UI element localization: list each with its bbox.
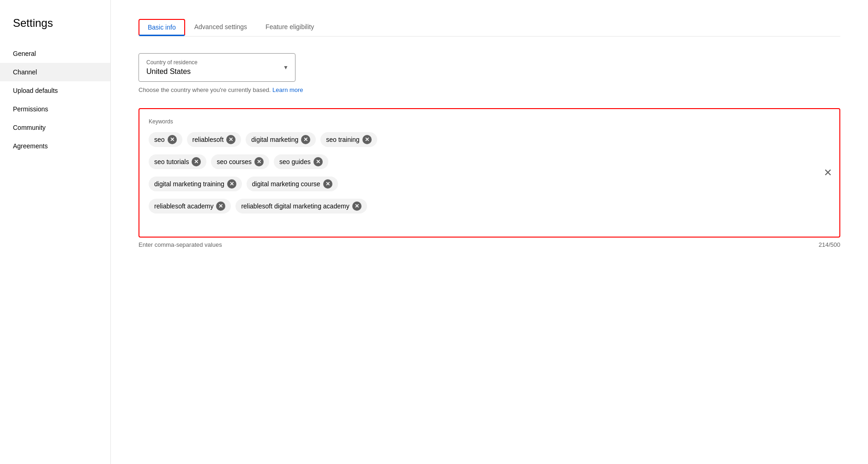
keywords-row-4: reliablesoft academy ✕ reliablesoft digi… xyxy=(149,199,830,214)
keywords-footer: Enter comma-separated values 214/500 xyxy=(139,241,840,248)
main-content: Basic info Advanced settings Feature eli… xyxy=(111,0,868,464)
remove-chip-reliablesoft-academy[interactable]: ✕ xyxy=(216,201,225,211)
keywords-label: Keywords xyxy=(149,118,830,125)
tabs-bar: Basic info Advanced settings Feature eli… xyxy=(139,18,840,37)
country-dropdown[interactable]: Country of residence United States ▼ xyxy=(139,53,295,82)
remove-chip-seo-courses[interactable]: ✕ xyxy=(254,157,264,166)
remove-chip-reliablesoft[interactable]: ✕ xyxy=(226,135,235,144)
remove-chip-seo-tutorials[interactable]: ✕ xyxy=(192,157,201,166)
sidebar-item-agreements[interactable]: Agreements xyxy=(0,137,110,155)
sidebar-item-permissions[interactable]: Permissions xyxy=(0,100,110,118)
keywords-row-1: seo ✕ reliablesoft ✕ digital marketing ✕ xyxy=(149,132,830,147)
tab-advanced-settings[interactable]: Advanced settings xyxy=(185,18,256,37)
list-item: reliablesoft digital marketing academy ✕ xyxy=(235,199,367,214)
keywords-count: 214/500 xyxy=(819,241,840,248)
keywords-section: Keywords seo ✕ reliablesoft ✕ dig xyxy=(139,108,840,248)
country-label: Country of residence xyxy=(146,59,288,66)
remove-chip-digital-marketing-course[interactable]: ✕ xyxy=(323,179,332,189)
list-item: seo guides ✕ xyxy=(274,154,328,169)
sidebar-item-general[interactable]: General xyxy=(0,44,110,63)
sidebar: Settings General Channel Upload defaults… xyxy=(0,0,111,464)
remove-chip-digital-marketing[interactable]: ✕ xyxy=(301,135,310,144)
list-item: seo training ✕ xyxy=(320,132,377,147)
remove-chip-seo-training[interactable]: ✕ xyxy=(362,135,372,144)
page-title: Settings xyxy=(0,9,110,44)
clear-all-keywords-button[interactable]: ✕ xyxy=(824,167,832,179)
list-item: reliablesoft ✕ xyxy=(187,132,241,147)
country-value: United States xyxy=(146,67,191,75)
tab-feature-eligibility[interactable]: Feature eligibility xyxy=(256,18,323,37)
keywords-hint: Enter comma-separated values xyxy=(139,241,222,248)
list-item: seo ✕ xyxy=(149,132,182,147)
learn-more-link[interactable]: Learn more xyxy=(272,86,303,93)
country-section: Country of residence United States ▼ Cho… xyxy=(139,53,840,93)
keywords-row-3: digital marketing training ✕ digital mar… xyxy=(149,177,830,191)
sidebar-item-channel[interactable]: Channel xyxy=(0,63,110,81)
sidebar-item-upload-defaults[interactable]: Upload defaults xyxy=(0,81,110,100)
keywords-box[interactable]: Keywords seo ✕ reliablesoft ✕ dig xyxy=(139,108,840,238)
list-item: digital marketing course ✕ xyxy=(247,177,338,191)
list-item: digital marketing ✕ xyxy=(246,132,316,147)
list-item: digital marketing training ✕ xyxy=(149,177,242,191)
remove-chip-seo[interactable]: ✕ xyxy=(168,135,177,144)
chevron-down-icon: ▼ xyxy=(283,64,289,71)
list-item: seo tutorials ✕ xyxy=(149,154,206,169)
country-helper: Choose the country where you're currentl… xyxy=(139,86,840,93)
remove-chip-reliablesoft-dma[interactable]: ✕ xyxy=(352,201,362,211)
remove-chip-seo-guides[interactable]: ✕ xyxy=(313,157,323,166)
keywords-row-2: seo tutorials ✕ seo courses ✕ seo guides… xyxy=(149,154,830,169)
tab-basic-info[interactable]: Basic info xyxy=(139,19,185,36)
sidebar-item-community[interactable]: Community xyxy=(0,118,110,137)
list-item: seo courses ✕ xyxy=(211,154,269,169)
keywords-rows: seo ✕ reliablesoft ✕ digital marketing ✕ xyxy=(149,132,830,214)
remove-chip-digital-marketing-training[interactable]: ✕ xyxy=(227,179,236,189)
list-item: reliablesoft academy ✕ xyxy=(149,199,231,214)
